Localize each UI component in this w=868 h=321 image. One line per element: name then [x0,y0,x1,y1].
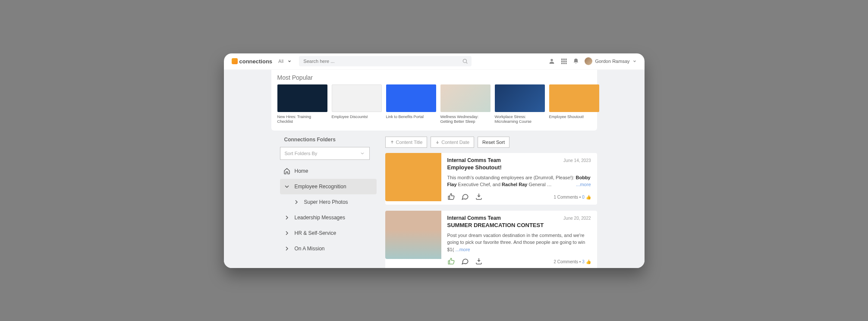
more-link[interactable]: ...more [455,247,470,252]
sidebar-item-home[interactable]: Home [280,163,377,179]
sort-btn-label: Content Date [441,140,469,145]
chevron-right-icon [283,245,290,252]
sort-btn-label: Reset Sort [482,140,505,145]
more-link[interactable]: ...more [576,181,591,188]
post-date: June 14, 2023 [563,158,591,163]
chevron-down-icon [632,59,637,63]
content-area: Most Popular New Hires: Training Checkli… [224,70,645,268]
sort-title-button[interactable]: Content Title [385,137,428,148]
post-date: June 20, 2022 [563,216,591,221]
user-name: Gordon Ramsay [595,59,629,64]
popular-label: Employee Discounts! [332,115,382,120]
sort-placeholder: Sort Folders By [285,151,318,156]
sort-bar: Content Title Content Date Reset Sort [385,137,597,148]
sort-date-button[interactable]: Content Date [431,137,474,148]
popular-label: Link to Benefits Portal [386,115,436,120]
comment-icon[interactable] [461,257,469,265]
popular-thumb [495,84,545,112]
post-card[interactable]: Internal Comms Team June 14, 2023 Employ… [385,153,597,205]
chevron-right-icon [293,199,300,206]
home-icon [283,168,290,175]
apps-grid-icon[interactable] [560,58,567,65]
filter-label: All [278,59,283,64]
popular-thumb [277,84,327,112]
search-icon [462,58,468,64]
post-thumbnail [385,211,441,259]
popular-card[interactable]: Employee Shoutout! [549,84,599,125]
sidebar-item-label: HR & Self-Service [295,230,337,236]
post-body: Internal Comms Team June 20, 2022 SUMMER… [441,211,597,268]
logo-icon [232,58,238,64]
sidebar-item-leadership[interactable]: Leadership Messages [280,210,377,225]
svg-rect-2 [561,59,563,60]
sidebar-item-label: Home [295,168,308,174]
popular-row: New Hires: Training Checklist Employee D… [277,84,591,125]
sort-btn-label: Content Title [396,140,423,145]
popular-card[interactable]: Wellness Wednesday: Getting Better Sleep [440,84,491,125]
popular-label: Workplace Stress: Microlearning Course [495,115,545,125]
post-meta: 1 Comments • 0 👍 [554,195,591,199]
popular-title: Most Popular [277,74,591,81]
chevron-down-icon [360,151,365,156]
arrow-up-icon [390,140,394,144]
sidebar-item-label: Employee Recognition [295,184,346,190]
chevron-down-icon [286,59,293,63]
popular-section: Most Popular New Hires: Training Checkli… [271,70,597,131]
post-title: Employee Shoutout! [447,164,591,171]
popular-card[interactable]: Workplace Stress: Microlearning Course [495,84,545,125]
svg-point-1 [551,59,553,61]
svg-rect-8 [561,62,563,64]
svg-point-0 [463,59,467,62]
sort-folders-select[interactable]: Sort Folders By [280,147,370,160]
popular-thumb [440,84,491,112]
sidebar-item-employee-recognition[interactable]: Employee Recognition [280,179,377,194]
chevron-right-icon [283,214,290,221]
svg-rect-10 [566,62,567,64]
post-body: Internal Comms Team June 14, 2023 Employ… [441,153,597,205]
popular-card[interactable]: New Hires: Training Checklist [277,84,327,125]
logo[interactable]: connections [232,58,273,65]
thumbs-up-icon[interactable] [447,193,455,200]
chevron-right-icon [283,230,290,237]
popular-thumb [332,84,382,112]
popular-label: Wellness Wednesday: Getting Better Sleep [440,115,491,125]
bell-icon[interactable] [572,58,579,65]
user-menu[interactable]: Gordon Ramsay [585,57,636,65]
popular-card[interactable]: Link to Benefits Portal [386,84,436,125]
header-actions: Gordon Ramsay [548,57,636,65]
popular-thumb [386,84,436,112]
sidebar-item-mission[interactable]: On A Mission [280,241,377,256]
sidebar-item-label: Super Hero Photos [304,199,348,205]
svg-rect-9 [563,62,565,64]
sidebar-title: Connections Folders [284,137,377,143]
search-input[interactable] [299,56,472,66]
avatar [585,57,592,65]
download-icon[interactable] [475,193,483,200]
svg-rect-5 [561,61,563,62]
sidebar-item-hr[interactable]: HR & Self-Service [280,225,377,241]
body-row: Connections Folders Sort Folders By Home… [280,137,597,268]
comment-icon[interactable] [461,193,469,200]
thumbs-up-icon[interactable] [447,257,455,265]
reset-sort-button[interactable]: Reset Sort [478,137,509,148]
app-window: connections All Gordon Ramsay Most Popul… [224,53,645,268]
sidebar-item-super-hero[interactable]: Super Hero Photos [280,194,377,210]
user-icon[interactable] [548,58,555,65]
post-text: This month's outstanding employees are (… [447,174,591,188]
sidebar-item-label: Leadership Messages [295,215,345,221]
popular-label: Employee Shoutout! [549,115,599,120]
svg-rect-3 [563,59,565,60]
download-icon[interactable] [475,257,483,265]
logo-text: connections [239,58,273,65]
post-text: Post your dream vacation destination in … [447,232,591,253]
svg-rect-6 [563,61,565,62]
post-title: SUMMER DREAMCATION CONTEST [447,222,591,228]
svg-rect-7 [566,61,567,62]
post-thumbnail [385,153,441,201]
filter-all-dropdown[interactable]: All [278,59,293,64]
post-card[interactable]: Internal Comms Team June 20, 2022 SUMMER… [385,211,597,268]
arrow-down-icon [435,140,440,144]
search-field[interactable] [299,56,472,66]
popular-label: New Hires: Training Checklist [277,115,327,125]
popular-card[interactable]: Employee Discounts! [332,84,382,125]
